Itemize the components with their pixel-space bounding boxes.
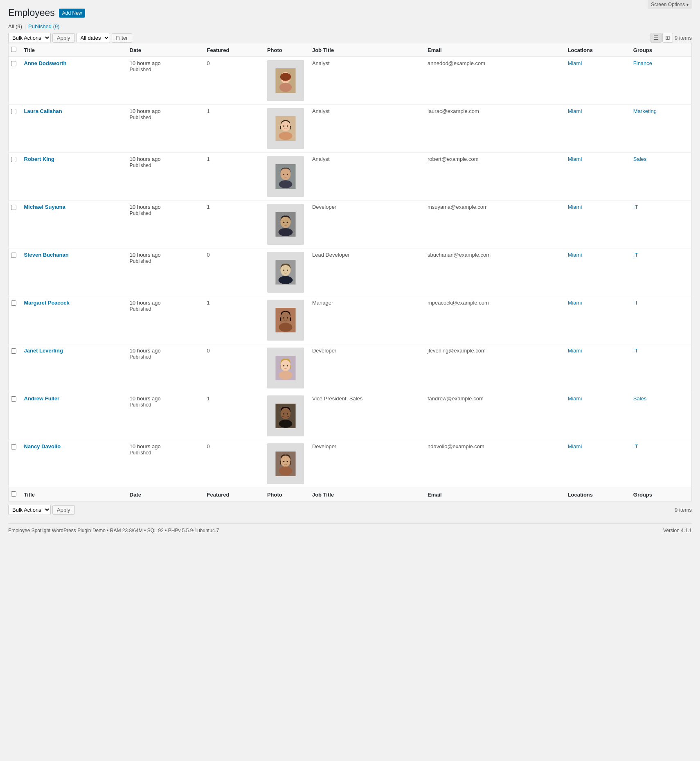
col-locations[interactable]: Locations — [564, 43, 629, 57]
employee-job-title-cell: Analyst — [308, 105, 423, 153]
employee-photo — [267, 108, 304, 149]
select-all-checkbox-footer[interactable] — [11, 491, 16, 497]
screen-options-button[interactable]: Screen Options ▾ — [648, 0, 692, 9]
col-email-footer[interactable]: Email — [423, 488, 564, 501]
employee-group-link[interactable]: IT — [633, 443, 638, 449]
filter-published[interactable]: Published (9) — [28, 23, 60, 29]
employee-group-link[interactable]: IT — [633, 348, 638, 354]
employee-email: mpeacock@example.com — [428, 300, 489, 306]
col-photo[interactable]: Photo — [263, 43, 308, 57]
col-locations-footer[interactable]: Locations — [564, 488, 629, 501]
employee-photo — [267, 300, 304, 341]
filter-published-count: 9 — [55, 23, 58, 29]
row-checkbox[interactable] — [11, 109, 16, 114]
row-checkbox[interactable] — [11, 444, 16, 449]
row-checkbox[interactable] — [11, 205, 16, 210]
employee-email-cell: msuyama@example.com — [423, 201, 564, 248]
col-title-footer[interactable]: Title — [20, 488, 126, 501]
employee-featured-cell: 1 — [203, 201, 263, 248]
employee-name-link[interactable]: Nancy Davolio — [24, 443, 61, 449]
apply-button-top[interactable]: Apply — [52, 33, 75, 43]
select-all-header[interactable] — [9, 43, 20, 57]
employee-photo-cell — [263, 296, 308, 344]
employee-date-cell: 10 hours ago Published — [126, 105, 203, 153]
row-checkbox[interactable] — [11, 300, 16, 306]
select-all-checkbox[interactable] — [11, 47, 16, 52]
select-all-footer[interactable] — [9, 488, 20, 501]
employee-status: Published — [130, 402, 151, 408]
employee-location-link[interactable]: Miami — [568, 395, 582, 402]
col-job-title[interactable]: Job Title — [308, 43, 423, 57]
employee-location-link[interactable]: Miami — [568, 204, 582, 210]
employee-location-cell: Miami — [564, 57, 629, 105]
employee-group-link[interactable]: Sales — [633, 395, 647, 402]
row-checkbox[interactable] — [11, 253, 16, 258]
grid-view-button[interactable]: ⊞ — [662, 33, 673, 43]
employee-location-link[interactable]: Miami — [568, 348, 582, 354]
employee-email: msuyama@example.com — [428, 204, 488, 210]
row-checkbox[interactable] — [11, 61, 16, 66]
col-groups-footer[interactable]: Groups — [629, 488, 692, 501]
col-featured[interactable]: Featured — [203, 43, 263, 57]
col-featured-footer[interactable]: Featured — [203, 488, 263, 501]
employee-group-link[interactable]: Marketing — [633, 108, 657, 114]
svg-point-30 — [283, 317, 284, 318]
employee-name-link[interactable]: Steven Buchanan — [24, 252, 69, 258]
col-title[interactable]: Title — [20, 43, 126, 57]
apply-button-bottom[interactable]: Apply — [52, 505, 75, 515]
employee-status: Published — [130, 258, 151, 264]
employee-job-title: Manager — [312, 300, 333, 306]
employee-location-link[interactable]: Miami — [568, 252, 582, 258]
employee-name-link[interactable]: Anne Dodsworth — [24, 60, 67, 66]
employee-name-link[interactable]: Margaret Peacock — [24, 300, 70, 306]
employee-location-link[interactable]: Miami — [568, 156, 582, 162]
row-checkbox[interactable] — [11, 396, 16, 402]
bulk-actions-select-top[interactable]: Bulk Actions — [8, 33, 51, 43]
employee-group-link[interactable]: IT — [633, 252, 638, 258]
employee-featured: 0 — [207, 348, 210, 354]
col-email[interactable]: Email — [423, 43, 564, 57]
employee-group-link[interactable]: IT — [633, 204, 638, 210]
employee-name-link[interactable]: Janet Leverling — [24, 348, 63, 354]
svg-point-4 — [283, 77, 284, 79]
employee-name-cell: Steven Buchanan Edit | Trash | View — [20, 248, 126, 296]
employee-name-link[interactable]: Laura Callahan — [24, 108, 62, 114]
col-job-title-footer[interactable]: Job Title — [308, 488, 423, 501]
employee-group-link[interactable]: Sales — [633, 156, 647, 162]
col-groups[interactable]: Groups — [629, 43, 692, 57]
svg-point-26 — [287, 269, 288, 271]
employee-name-link[interactable]: Andrew Fuller — [24, 395, 60, 402]
employee-location-link[interactable]: Miami — [568, 300, 582, 306]
filter-button[interactable]: Filter — [112, 33, 133, 43]
employee-group-link[interactable]: Finance — [633, 60, 652, 66]
add-new-button[interactable]: Add New — [59, 9, 86, 18]
employee-job-title-cell: Developer — [308, 440, 423, 488]
employee-email: annedod@example.com — [428, 60, 485, 66]
table-row: Robert King Edit | Trash | View 10 hours… — [9, 153, 692, 201]
col-date[interactable]: Date — [126, 43, 203, 57]
footer-info: Employee Spotlight WordPress Plugin Demo… — [8, 528, 219, 533]
employee-name-link[interactable]: Michael Suyama — [24, 204, 65, 210]
row-checkbox[interactable] — [11, 157, 16, 162]
employee-date-cell: 10 hours ago Published — [126, 392, 203, 440]
employee-location-link[interactable]: Miami — [568, 60, 582, 66]
list-view-button[interactable]: ☰ — [650, 33, 662, 43]
employee-group-link[interactable]: IT — [633, 300, 638, 306]
employee-name-link[interactable]: Robert King — [24, 156, 54, 162]
employee-photo-cell — [263, 57, 308, 105]
employee-photo — [267, 156, 304, 197]
employee-photo — [267, 443, 304, 484]
date-filter-select[interactable]: All dates — [77, 33, 110, 43]
col-photo-footer[interactable]: Photo — [263, 488, 308, 501]
bulk-actions-select-bottom[interactable]: Bulk Actions — [8, 505, 51, 515]
employee-date: 10 hours ago — [130, 60, 161, 66]
svg-point-13 — [279, 180, 293, 188]
filter-all[interactable]: All (9) | — [8, 23, 28, 29]
employee-featured-cell: 0 — [203, 344, 263, 392]
employee-location-link[interactable]: Miami — [568, 443, 582, 449]
employee-location-link[interactable]: Miami — [568, 108, 582, 114]
row-checkbox[interactable] — [11, 348, 16, 354]
page-title: Employees — [8, 7, 55, 18]
col-date-footer[interactable]: Date — [126, 488, 203, 501]
employee-date: 10 hours ago — [130, 156, 161, 162]
